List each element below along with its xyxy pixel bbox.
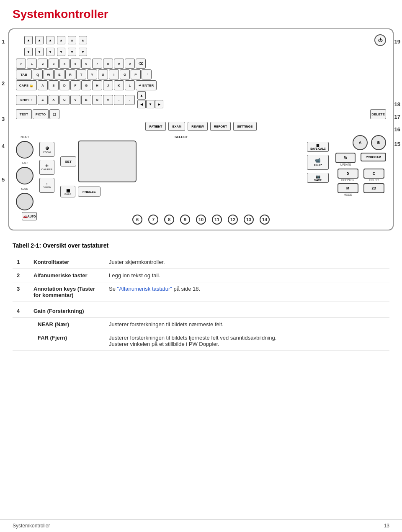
key-8[interactable]: 8 — [103, 59, 113, 69]
arrow-up-1[interactable]: ▲ — [24, 36, 33, 44]
key-o[interactable]: O — [120, 69, 130, 79]
key-tab[interactable]: TAB — [16, 69, 32, 79]
key-4[interactable]: 4 — [59, 59, 70, 69]
key-3[interactable]: 3 — [49, 59, 59, 69]
key-c[interactable]: C — [59, 95, 70, 105]
alfanumerisk-link[interactable]: "Alfanumerisk tastatur" — [117, 286, 172, 292]
arrow-down-2[interactable]: ▼ — [35, 48, 44, 56]
key-r[interactable]: R — [65, 69, 75, 79]
key-v[interactable]: V — [70, 95, 80, 105]
key-delete[interactable]: DELETE — [370, 109, 386, 119]
nav-up[interactable]: ▲ — [137, 91, 146, 100]
far-knob[interactable] — [16, 167, 34, 184]
auto-btn[interactable]: 🚗 AUTO — [22, 212, 37, 220]
key-u[interactable]: U — [98, 69, 108, 79]
gain-knob[interactable] — [16, 193, 34, 210]
btn-report[interactable]: REPORT — [210, 122, 231, 131]
row-term: NEAR (Nær) — [29, 318, 105, 331]
key-i[interactable]: I — [109, 69, 119, 79]
key-text[interactable]: TEXT — [16, 109, 32, 119]
key-b[interactable]: B — [81, 95, 91, 105]
key-shift[interactable]: SHIFT ↑ — [16, 95, 37, 105]
key-j[interactable]: J — [103, 80, 113, 90]
btn-review[interactable]: REVIEW — [188, 122, 208, 131]
calc-btn[interactable]: ▦ CALC — [60, 186, 75, 197]
key-k[interactable]: K — [114, 80, 124, 90]
key-n[interactable]: N — [92, 95, 102, 105]
program-btn[interactable]: PROGRAM — [361, 153, 386, 161]
auto-area: 🚗 AUTO — [22, 212, 37, 220]
key-enter[interactable]: ↵ ENTER — [136, 80, 157, 90]
save-calc-btn[interactable]: ▦ SAVE CALC — [307, 142, 329, 152]
key-6[interactable]: 6 — [81, 59, 91, 69]
key-9[interactable]: 9 — [114, 59, 124, 69]
key-y[interactable]: Y — [87, 69, 97, 79]
btn-patient[interactable]: PATIENT — [145, 122, 166, 131]
key-w[interactable]: W — [44, 69, 54, 79]
caliper-btn[interactable]: ✛ CALIPER — [39, 160, 54, 175]
arrow-down-1[interactable]: ▼ — [24, 48, 33, 56]
btn-b[interactable]: B — [371, 135, 386, 150]
freeze-btn[interactable]: FREEZE — [78, 187, 100, 197]
arrow-down-3[interactable]: ▼ — [46, 48, 54, 56]
mode-btn[interactable]: M — [338, 183, 358, 193]
key-z[interactable]: Z — [38, 95, 48, 105]
arrow-down-6[interactable]: ▼ — [79, 48, 87, 56]
key-backspace[interactable]: ⌫ — [136, 59, 146, 69]
nav-right[interactable]: ▶ — [155, 100, 163, 108]
key-d[interactable]: D — [59, 80, 70, 90]
arrow-up-6[interactable]: ▲ — [79, 36, 87, 44]
near-knob[interactable] — [16, 141, 34, 159]
key-dot1[interactable]: . — [114, 95, 124, 105]
arrow-up-3[interactable]: ▲ — [46, 36, 54, 44]
key-5[interactable]: 5 — [70, 59, 80, 69]
zoom-btn[interactable]: ⊕ ZOOM — [39, 142, 54, 157]
key-7[interactable]: 7 — [92, 59, 102, 69]
btn-a[interactable]: A — [353, 135, 368, 150]
key-dot2[interactable]: . — [125, 95, 135, 105]
key-m[interactable]: M — [103, 95, 113, 105]
touchpad[interactable] — [78, 141, 137, 182]
color-btn[interactable]: C — [363, 169, 384, 179]
row-term: Annotation keys (Taster for kommentar) — [29, 282, 105, 302]
key-picto[interactable]: PICTO — [33, 109, 49, 119]
key-l[interactable]: L — [125, 80, 135, 90]
btn-settings[interactable]: SETTINGS — [233, 122, 257, 131]
key-f2[interactable]: F — [70, 80, 80, 90]
nav-left[interactable]: ◀ — [137, 100, 146, 108]
key-1[interactable]: 1 — [27, 59, 37, 69]
arrow-down-4[interactable]: ▼ — [57, 48, 65, 56]
arrow-up-4[interactable]: ▲ — [57, 36, 65, 44]
save-btn[interactable]: 📷 SAVE — [307, 173, 329, 183]
key-e[interactable]: E — [54, 69, 64, 79]
key-p[interactable]: P — [131, 69, 141, 79]
key-g[interactable]: G — [81, 80, 91, 90]
clip-btn[interactable]: 📹 CLIP — [307, 155, 329, 170]
key-s[interactable]: S — [49, 80, 59, 90]
power-button[interactable]: ⏻ — [374, 34, 386, 46]
depth-btn[interactable]: ↕ DEPTH — [39, 178, 54, 193]
key-q[interactable]: Q — [33, 69, 43, 79]
shift-row: SHIFT ↑ Z X C V B N M . . ▲ ◀ ▼ ▶ — [16, 91, 386, 108]
key-caps[interactable]: CAPS 🔒 — [16, 80, 37, 90]
nav-down[interactable]: ▼ — [146, 100, 155, 108]
arrow-up-2[interactable]: ▲ — [35, 36, 44, 44]
key-x[interactable]: X — [49, 95, 59, 105]
twod-btn[interactable]: 2D — [363, 183, 384, 193]
key-2[interactable]: 2 — [38, 59, 48, 69]
key-mouse[interactable]: ▢ — [49, 109, 59, 119]
footer-left: Systemkontroller — [13, 523, 50, 529]
arrow-up-5[interactable]: ▲ — [68, 36, 76, 44]
left-func-col: ⊕ ZOOM ✛ CALIPER ↕ DEPTH — [39, 135, 54, 193]
key-h[interactable]: H — [92, 80, 102, 90]
doppler-btn[interactable]: D — [338, 169, 358, 179]
key-a[interactable]: A — [38, 80, 48, 90]
arrow-down-5[interactable]: ▼ — [68, 48, 76, 56]
key-f[interactable]: f — [16, 59, 26, 69]
key-underscore[interactable]: _' — [142, 69, 152, 79]
key-0[interactable]: 0 — [125, 59, 135, 69]
key-t[interactable]: T — [76, 69, 86, 79]
set-btn[interactable]: SET — [60, 156, 76, 166]
update-btn[interactable]: ↻ — [335, 153, 356, 163]
btn-exam[interactable]: EXAM — [168, 122, 185, 131]
